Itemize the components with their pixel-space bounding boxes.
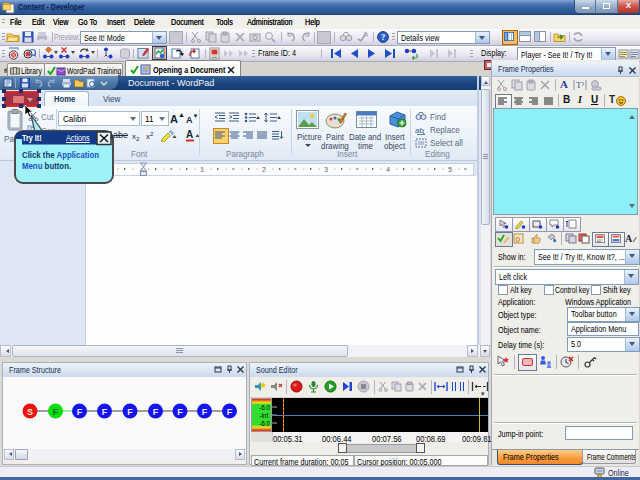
svg-text:F: F (77, 407, 83, 417)
svg-text:F: F (202, 407, 208, 417)
svg-text:ab: ab (415, 126, 424, 135)
svg-text:0: 0 (516, 235, 521, 244)
svg-text:F: F (153, 407, 159, 417)
svg-text:T: T (576, 80, 582, 90)
svg-text:F: F (127, 407, 133, 417)
svg-text:?: ? (381, 32, 385, 42)
svg-text:F: F (177, 407, 183, 417)
svg-text:F: F (53, 407, 59, 417)
svg-text:F: F (102, 407, 108, 417)
svg-text:S: S (27, 407, 33, 417)
svg-text:F: F (227, 407, 233, 417)
svg-text:A: A (625, 233, 633, 244)
svg-text:A: A (186, 129, 193, 140)
